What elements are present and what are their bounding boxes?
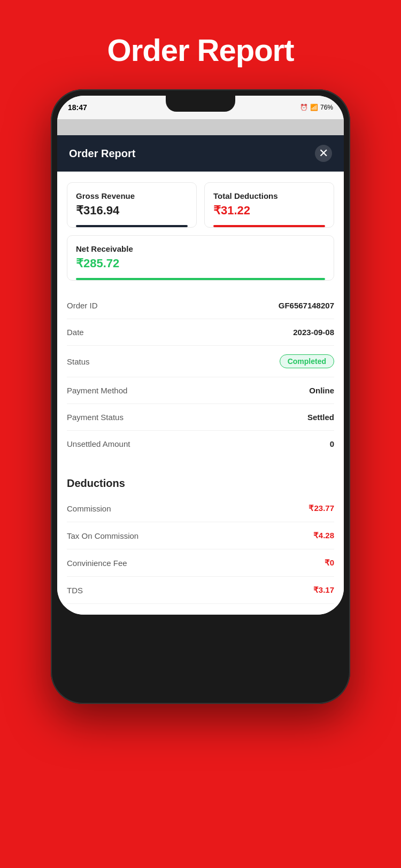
deduction-row: TDS₹3.17	[67, 577, 334, 604]
deduction-row: Tax On Commission₹4.28	[67, 522, 334, 549]
net-receivable-card: Net Receivable ₹285.72	[67, 235, 334, 281]
payment-method-row: Payment Method Online	[67, 377, 334, 404]
total-deductions-value: ₹31.22	[213, 204, 325, 218]
date-label: Date	[67, 328, 84, 337]
page-title: Order Report	[107, 32, 294, 68]
backdrop-top	[57, 119, 344, 135]
payment-status-value: Settled	[307, 413, 334, 422]
order-id-row: Order ID GF6567148207	[67, 292, 334, 319]
close-button[interactable]: ✕	[315, 145, 332, 162]
total-deductions-label: Total Deductions	[213, 191, 325, 200]
deductions-title: Deductions	[67, 468, 334, 495]
modal-title: Order Report	[69, 148, 135, 160]
gross-revenue-bar	[76, 225, 188, 227]
notch	[166, 96, 235, 112]
deduction-row: Convinience Fee₹0	[67, 549, 334, 577]
payment-method-value: Online	[309, 386, 334, 395]
phone-frame: 18:47 ⏰ 📶 76% Order Report ✕ Gross Reven…	[51, 89, 350, 704]
unsettled-amount-value: 0	[330, 439, 334, 448]
deduction-label: Convinience Fee	[67, 559, 127, 568]
net-receivable-label: Net Receivable	[76, 244, 325, 253]
payment-status-row: Payment Status Settled	[67, 404, 334, 431]
gross-revenue-value: ₹316.94	[76, 204, 188, 218]
deduction-value: ₹4.28	[313, 531, 334, 540]
gross-revenue-label: Gross Revenue	[76, 191, 188, 200]
wifi-icon: 📶	[310, 104, 318, 111]
payment-status-label: Payment Status	[67, 413, 124, 422]
alarm-icon: ⏰	[300, 104, 308, 111]
payment-method-label: Payment Method	[67, 386, 127, 395]
deduction-value: ₹3.17	[313, 585, 334, 595]
phone-screen: 18:47 ⏰ 📶 76% Order Report ✕ Gross Reven…	[57, 96, 344, 615]
gross-revenue-card: Gross Revenue ₹316.94	[67, 182, 197, 228]
deductions-list: Commission₹23.77Tax On Commission₹4.28Co…	[67, 495, 334, 604]
status-time: 18:47	[68, 103, 87, 112]
revenue-row: Gross Revenue ₹316.94 Total Deductions ₹…	[67, 182, 334, 228]
status-badge: Completed	[280, 354, 334, 368]
net-receivable-bar	[76, 278, 325, 280]
unsettled-amount-label: Unsettled Amount	[67, 439, 130, 448]
date-value: 2023-09-08	[293, 328, 334, 337]
date-row: Date 2023-09-08	[67, 319, 334, 346]
deduction-value: ₹0	[325, 558, 334, 568]
order-id-value: GF6567148207	[279, 301, 334, 310]
battery-text: 76%	[320, 104, 333, 111]
deduction-label: TDS	[67, 586, 83, 595]
deductions-section: Deductions Commission₹23.77Tax On Commis…	[57, 468, 344, 615]
status-icons: ⏰ 📶 76%	[300, 104, 333, 111]
deduction-value: ₹23.77	[309, 503, 334, 513]
total-deductions-bar	[213, 225, 325, 227]
net-receivable-value: ₹285.72	[76, 257, 325, 270]
unsettled-amount-row: Unsettled Amount 0	[67, 431, 334, 457]
status-label: Status	[67, 357, 90, 366]
deduction-row: Commission₹23.77	[67, 495, 334, 522]
modal-header: Order Report ✕	[57, 135, 344, 172]
deduction-label: Tax On Commission	[67, 531, 138, 540]
modal-body: Gross Revenue ₹316.94 Total Deductions ₹…	[57, 172, 344, 468]
order-id-label: Order ID	[67, 301, 98, 310]
status-row: Status Completed	[67, 346, 334, 377]
total-deductions-card: Total Deductions ₹31.22	[204, 182, 334, 228]
status-bar: 18:47 ⏰ 📶 76%	[57, 96, 344, 119]
deduction-label: Commission	[67, 504, 111, 513]
